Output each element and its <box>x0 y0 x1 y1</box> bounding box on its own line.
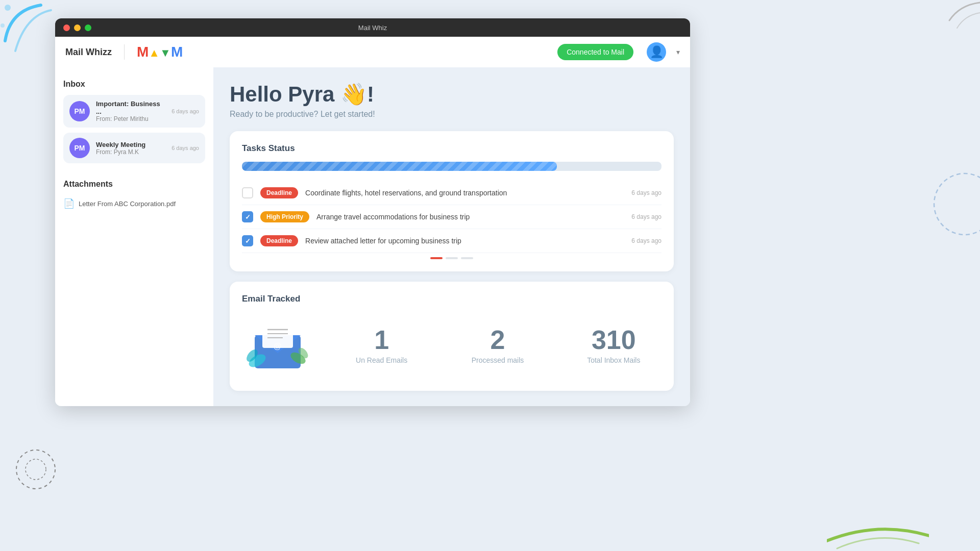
stat-total-inbox: 310 Total Inbox Mails <box>566 327 662 364</box>
app-body: Inbox PM Important: Business ... From: P… <box>55 67 690 406</box>
total-number: 310 <box>566 327 662 353</box>
inbox-time: 6 days ago <box>172 108 199 114</box>
dropdown-arrow-icon[interactable]: ▾ <box>676 48 680 56</box>
task-checkbox[interactable] <box>242 235 253 246</box>
processed-label: Processed mails <box>450 356 545 364</box>
task-badge-high-priority: High Priority <box>260 211 309 222</box>
inbox-avatar: PM <box>69 138 90 158</box>
unread-number: 1 <box>334 327 429 353</box>
stat-unread-emails: 1 Un Read Emails <box>334 327 429 364</box>
unread-label: Un Read Emails <box>334 356 429 364</box>
deco-right-circle <box>929 153 980 255</box>
inbox-from: From: Peter Mirithu <box>96 115 165 122</box>
processed-number: 2 <box>450 327 545 353</box>
gmail-logo: M▲▼M <box>137 45 155 59</box>
svg-text:@: @ <box>274 342 282 350</box>
task-text: Arrange travel accommodations for busine… <box>316 213 624 221</box>
task-badge-deadline: Deadline <box>260 187 298 198</box>
greeting-title: Hello Pyra 👋! <box>230 82 674 107</box>
email-tracked-title: Email Tracked <box>242 294 662 304</box>
attachments-title: Attachments <box>63 180 205 189</box>
deco-bottom-left <box>15 429 66 510</box>
connected-to-mail-button[interactable]: Connected to Mail <box>557 44 633 60</box>
inbox-item[interactable]: PM Important: Business ... From: Peter M… <box>63 95 205 128</box>
progress-bar-fill <box>242 162 557 171</box>
deco-top-right <box>898 0 980 51</box>
task-item: Deadline Review attached letter for upco… <box>242 229 662 253</box>
scroll-dot-active <box>430 257 443 259</box>
stat-processed-mails: 2 Processed mails <box>450 327 545 364</box>
app-header: Mail Whizz M▲▼M Connected to Mail 👤 ▾ <box>55 37 690 67</box>
inbox-avatar: PM <box>69 101 90 121</box>
progress-bar-container <box>242 162 662 171</box>
attachment-item[interactable]: 📄 Letter From ABC Corporation.pdf <box>63 195 205 212</box>
tasks-title: Tasks Status <box>242 143 662 154</box>
inbox-from: From: Pyra M.K <box>96 148 165 156</box>
deco-bottom-right <box>827 510 929 551</box>
main-content: Hello Pyra 👋! Ready to be productive? Le… <box>213 67 690 406</box>
inbox-subject: Weekly Meeting <box>96 141 165 148</box>
svg-point-2 <box>16 450 55 489</box>
window-title: Mail Whiz <box>358 24 387 32</box>
email-tracked-card: Email Tracked <box>230 282 674 391</box>
scroll-indicator <box>242 257 662 259</box>
header-divider <box>124 44 125 60</box>
task-text: Review attached letter for upcoming busi… <box>305 237 624 245</box>
user-icon: 👤 <box>650 45 664 59</box>
scroll-dot-inactive <box>461 257 473 259</box>
titlebar: Mail Whiz <box>55 18 690 37</box>
svg-point-3 <box>26 459 46 480</box>
task-badge-deadline: Deadline <box>260 235 298 246</box>
inbox-info: Important: Business ... From: Peter Miri… <box>96 100 165 122</box>
total-label: Total Inbox Mails <box>566 356 662 364</box>
email-illustration: @ <box>242 312 313 379</box>
task-time: 6 days ago <box>631 189 662 196</box>
app-window: Mail Whiz Mail Whizz M▲▼M Connected to M… <box>55 18 690 406</box>
inbox-time: 6 days ago <box>172 145 199 151</box>
minimize-button[interactable] <box>74 24 81 31</box>
task-item: High Priority Arrange travel accommodati… <box>242 205 662 229</box>
deco-top-left <box>0 0 61 61</box>
inbox-info: Weekly Meeting From: Pyra M.K <box>96 141 165 156</box>
inbox-subject: Important: Business ... <box>96 100 165 115</box>
svg-point-1 <box>1 23 5 28</box>
inbox-item[interactable]: PM Weekly Meeting From: Pyra M.K 6 days … <box>63 133 205 163</box>
tasks-status-card: Tasks Status Deadline Coordinate flights… <box>230 131 674 271</box>
greeting-subtitle: Ready to be productive? Let get started! <box>230 110 674 119</box>
attachments-section: Attachments 📄 Letter From ABC Corporatio… <box>63 180 205 212</box>
task-checkbox[interactable] <box>242 187 253 198</box>
sidebar: Inbox PM Important: Business ... From: P… <box>55 67 213 406</box>
close-button[interactable] <box>63 24 70 31</box>
email-tracked-body: @ 1 Un Read Emails 2 Processed mails 310 <box>242 312 662 379</box>
task-item: Deadline Coordinate flights, hotel reser… <box>242 181 662 205</box>
avatar-button[interactable]: 👤 <box>647 42 666 62</box>
window-controls <box>63 24 91 31</box>
task-text: Coordinate flights, hotel reservations, … <box>305 189 624 197</box>
pdf-icon: 📄 <box>63 198 75 209</box>
task-checkbox[interactable] <box>242 211 253 222</box>
task-time: 6 days ago <box>631 213 662 220</box>
gmail-m-icon: M▲▼M <box>137 44 183 60</box>
svg-point-4 <box>934 173 980 235</box>
inbox-title: Inbox <box>63 80 205 89</box>
app-logo-text: Mail Whizz <box>65 47 112 58</box>
task-time: 6 days ago <box>631 237 662 244</box>
scroll-dot-inactive <box>446 257 458 259</box>
attachment-name: Letter From ABC Corporation.pdf <box>79 200 176 208</box>
email-illustration-svg: @ <box>242 312 313 379</box>
maximize-button[interactable] <box>85 24 91 31</box>
svg-point-0 <box>5 5 11 11</box>
